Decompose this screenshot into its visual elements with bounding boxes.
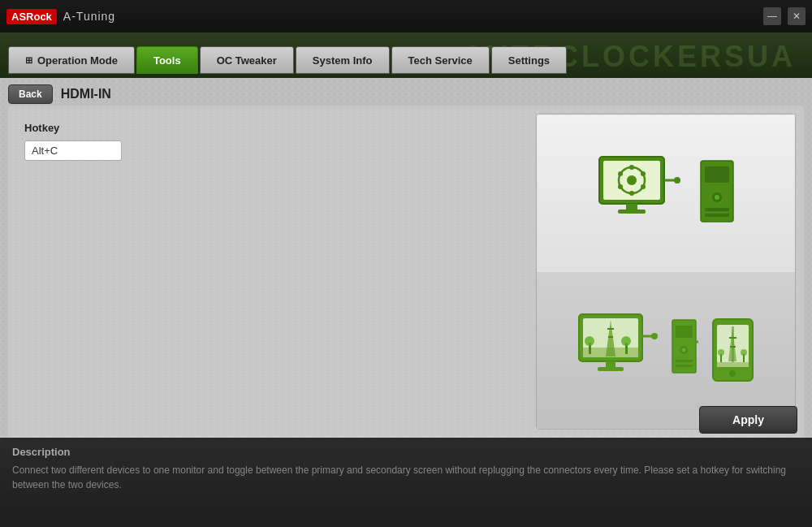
nav-tab-label-settings: Settings [508, 54, 550, 67]
svg-rect-33 [676, 326, 693, 338]
nav-tab-operation-mode[interactable]: ⊞Operation Mode [8, 46, 135, 74]
svg-rect-44 [730, 346, 736, 348]
tablet-icon [710, 317, 755, 383]
svg-rect-24 [608, 336, 613, 338]
svg-rect-49 [717, 362, 749, 367]
operation-mode-icon: ⊞ [25, 55, 32, 66]
navbar: ⊞Operation ModeToolsOC TweakerSystem Inf… [0, 42, 812, 78]
svg-rect-17 [705, 208, 729, 211]
breadcrumb-bar: Back HDMI-IN [8, 78, 111, 110]
content-panel: Hotkey [8, 106, 804, 438]
svg-rect-14 [705, 166, 729, 183]
svg-point-4 [629, 165, 634, 170]
titlebar-left: ASRock A-Tuning [6, 9, 115, 24]
svg-point-7 [641, 171, 646, 176]
svg-rect-37 [676, 365, 693, 367]
svg-point-12 [674, 177, 680, 184]
svg-point-6 [618, 171, 623, 176]
left-section: Hotkey [8, 106, 528, 438]
svg-point-48 [741, 349, 747, 356]
svg-rect-29 [606, 361, 615, 368]
nav-tab-oc-tweaker[interactable]: OC Tweaker [200, 46, 294, 74]
primary-monitor-icon [595, 153, 685, 234]
asrock-logo: ASRock [6, 9, 57, 24]
illustration-top [537, 114, 795, 272]
svg-point-26 [585, 336, 594, 346]
hotkey-input[interactable] [24, 140, 122, 161]
nav-tab-tools[interactable]: Tools [136, 46, 198, 74]
description-bar: Description Connect two different device… [0, 438, 812, 527]
illustration-bottom [537, 272, 795, 430]
svg-rect-36 [676, 360, 693, 362]
svg-point-50 [729, 370, 736, 377]
description-title: Description [12, 446, 800, 458]
svg-point-46 [718, 349, 724, 356]
nav-tab-tech-service[interactable]: Tech Service [391, 46, 490, 74]
svg-rect-18 [705, 214, 729, 217]
primary-tower-icon [697, 157, 737, 230]
nav-tab-label-oc-tweaker: OC Tweaker [217, 54, 277, 67]
nav-tab-label-tools: Tools [153, 54, 181, 67]
back-button[interactable]: Back [8, 84, 53, 104]
titlebar: ASRock A-Tuning — ✕ [0, 0, 812, 32]
page-title: HDMI-IN [61, 87, 111, 102]
nav-tab-settings[interactable]: Settings [491, 46, 567, 74]
svg-point-9 [641, 184, 646, 189]
svg-point-5 [629, 191, 634, 196]
titlebar-controls: — ✕ [763, 7, 806, 25]
nav-tab-label-system-info: System Info [313, 54, 373, 67]
close-button[interactable]: ✕ [788, 7, 806, 25]
hotkey-label: Hotkey [24, 122, 512, 134]
svg-point-16 [715, 195, 719, 200]
svg-point-8 [618, 184, 623, 189]
svg-point-35 [682, 348, 686, 352]
svg-rect-11 [618, 210, 646, 214]
svg-point-3 [627, 175, 637, 185]
svg-rect-30 [598, 367, 624, 371]
app-title: A-Tuning [63, 10, 115, 23]
minimize-button[interactable]: — [763, 7, 781, 25]
svg-point-28 [621, 336, 631, 346]
svg-rect-10 [626, 204, 637, 210]
secondary-tower-icon [670, 317, 698, 382]
nav-tab-label-operation-mode: Operation Mode [37, 54, 118, 67]
illustration-panel [536, 114, 796, 430]
svg-point-31 [651, 333, 658, 339]
svg-rect-43 [729, 337, 736, 339]
nav-tab-label-tech-service: Tech Service [408, 54, 473, 67]
secondary-monitor-icon [577, 312, 658, 389]
apply-button[interactable]: Apply [699, 406, 797, 434]
svg-rect-23 [607, 328, 614, 330]
description-text: Connect two different devices to one mon… [12, 463, 800, 492]
nav-tab-system-info[interactable]: System Info [296, 46, 390, 74]
